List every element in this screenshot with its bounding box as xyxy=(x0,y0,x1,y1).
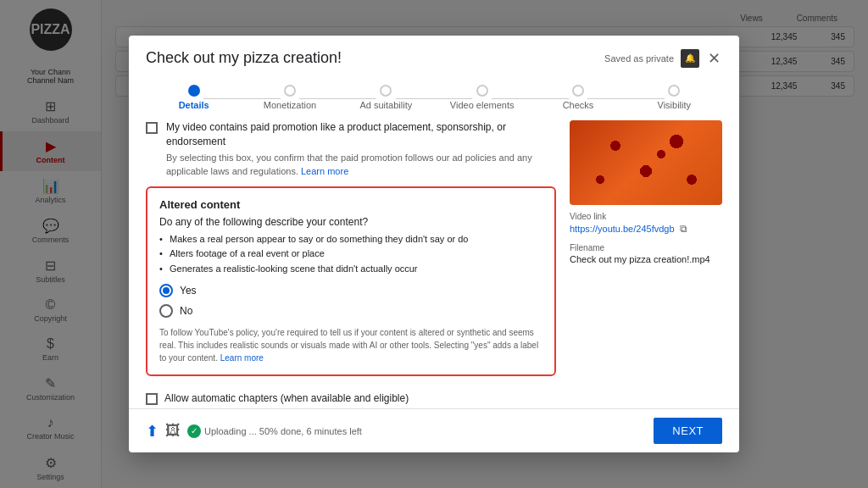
step-label-checks: Checks xyxy=(563,100,594,110)
radio-circle-no xyxy=(159,304,173,318)
altered-content-box: Altered content Do any of the following … xyxy=(146,186,556,376)
paid-promo-learn-more[interactable]: Learn more xyxy=(301,166,348,176)
video-link-row: https://youtu.be/245fvdgb ⧉ xyxy=(570,223,722,235)
radio-circle-yes xyxy=(159,284,173,297)
paid-promo-desc: By selecting this box, you confirm that … xyxy=(166,152,556,178)
altered-bullet-3: Generates a realistic-looking scene that… xyxy=(159,263,542,275)
step-circle-checks xyxy=(572,85,584,97)
check-circle-icon: ✓ xyxy=(187,424,201,438)
footer-left: ⬆ 🖼 ✓ Uploading ... 50% done, 6 minutes … xyxy=(146,422,645,441)
altered-bullet-2: Alters footage of a real event or place xyxy=(159,247,542,260)
modal-footer: ⬆ 🖼 ✓ Uploading ... 50% done, 6 minutes … xyxy=(129,408,739,452)
modal-overlay: Check out my pizza creation! Saved as pr… xyxy=(0,0,868,488)
thumbnail-icon: 🖼 xyxy=(165,422,181,440)
auto-chapters-checkbox[interactable] xyxy=(146,393,158,405)
step-label-monetization: Monetization xyxy=(264,100,316,110)
modal-left-panel: My video contains paid promotion like a … xyxy=(146,120,556,409)
step-label-elements: Video elements xyxy=(450,100,515,110)
modal-right-panel: Video link https://youtu.be/245fvdgb ⧉ F… xyxy=(570,120,722,409)
altered-content-subtitle: Do any of the following describe your co… xyxy=(159,216,542,228)
video-link-url[interactable]: https://youtu.be/245fvdgb xyxy=(570,224,675,234)
upload-status-text: Uploading ... 50% done, 6 minutes left xyxy=(204,426,362,436)
paid-promo-checkbox[interactable] xyxy=(146,122,158,134)
radio-yes-label: Yes xyxy=(180,285,197,297)
modal-header-right: Saved as private 🔔 ✕ xyxy=(604,49,722,68)
filename-value: Check out my pizza creation!.mp4 xyxy=(570,254,722,264)
step-video-elements[interactable]: Video elements xyxy=(434,85,530,110)
auto-chapters-label: Allow automatic chapters (when available… xyxy=(164,392,409,404)
altered-bullet-1: Makes a real person appear to say or do … xyxy=(159,233,542,246)
filename-section: Filename Check out my pizza creation!.mp… xyxy=(570,243,722,264)
auto-chapters-section: Allow automatic chapters (when available… xyxy=(146,385,556,408)
radio-no[interactable]: No xyxy=(159,304,542,318)
altered-content-title: Altered content xyxy=(159,198,542,211)
step-circle-monetization xyxy=(284,85,296,97)
modal-header: Check out my pizza creation! Saved as pr… xyxy=(129,36,739,78)
step-checks[interactable]: Checks xyxy=(530,85,626,110)
altered-content-bullets: Makes a real person appear to say or do … xyxy=(159,233,542,275)
step-ad-suitability[interactable]: Ad suitability xyxy=(338,85,434,110)
step-monetization[interactable]: Monetization xyxy=(242,85,337,110)
step-circle-details xyxy=(188,85,200,97)
step-label-details: Details xyxy=(179,100,209,110)
pizza-image xyxy=(570,120,722,205)
modal-dialog: Check out my pizza creation! Saved as pr… xyxy=(129,36,739,453)
next-button[interactable]: NEXT xyxy=(654,418,722,444)
step-circle-ad xyxy=(380,85,392,97)
paid-promo-text: My video contains paid promotion like a … xyxy=(166,120,556,149)
video-link-section: Video link https://youtu.be/245fvdgb ⧉ xyxy=(570,212,722,235)
altered-learn-more[interactable]: Learn more xyxy=(220,353,264,363)
upload-status: ✓ Uploading ... 50% done, 6 minutes left xyxy=(187,424,362,438)
copy-icon[interactable]: ⧉ xyxy=(680,223,687,235)
video-link-label: Video link xyxy=(570,212,722,221)
step-label-ad: Ad suitability xyxy=(359,100,412,110)
modal-title: Check out my pizza creation! xyxy=(146,49,342,67)
upload-icon: ⬆ xyxy=(146,422,159,441)
step-label-visibility: Visibility xyxy=(658,100,692,110)
modal-body: My video contains paid promotion like a … xyxy=(129,120,739,409)
close-button[interactable]: ✕ xyxy=(706,49,722,68)
steps-bar: Details Monetization Ad suitability Vide… xyxy=(129,78,739,120)
filename-label: Filename xyxy=(570,243,722,252)
saved-badge: Saved as private xyxy=(604,53,674,64)
video-thumbnail xyxy=(570,120,722,205)
step-circle-elements xyxy=(476,85,488,97)
radio-yes[interactable]: Yes xyxy=(159,284,542,297)
altered-content-radio-group: Yes No xyxy=(159,284,542,318)
step-visibility[interactable]: Visibility xyxy=(626,85,722,110)
radio-no-label: No xyxy=(180,305,192,317)
step-details[interactable]: Details xyxy=(146,85,242,110)
altered-content-footer: To follow YouTube's policy, you're requi… xyxy=(159,326,542,364)
paid-promotion-section: My video contains paid promotion like a … xyxy=(146,120,556,178)
notification-icon[interactable]: 🔔 xyxy=(681,49,699,68)
step-circle-visibility xyxy=(668,85,680,97)
